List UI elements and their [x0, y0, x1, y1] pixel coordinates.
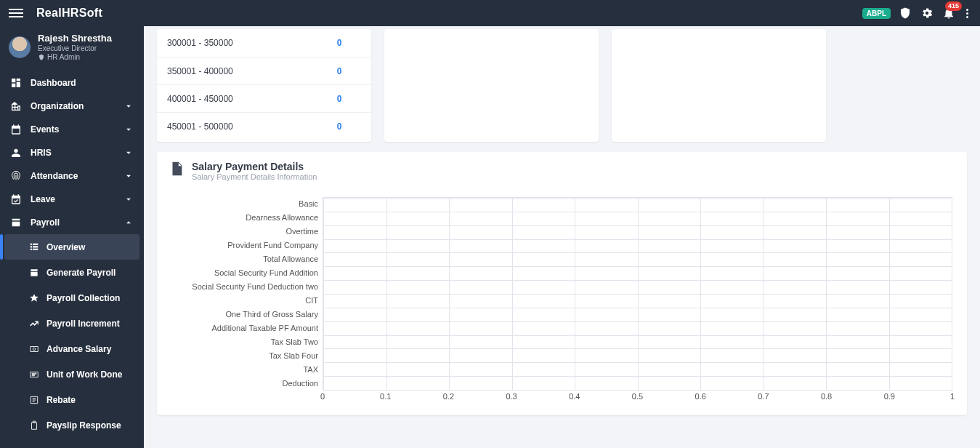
details-subtitle: Salary Payment Details Information	[192, 172, 317, 181]
range-label: 300001 - 350000	[167, 38, 317, 48]
chart-x-tick: 0.9	[884, 392, 895, 401]
person-icon	[10, 147, 22, 159]
sidebar: Rajesh Shrestha Executive Director HR Ad…	[0, 26, 144, 448]
chart-x-tick: 0.1	[380, 392, 391, 401]
subnav-payroll-collection[interactable]: Payroll Collection	[0, 285, 144, 311]
chart-y-tick: Overtime	[171, 225, 323, 239]
money-icon	[29, 344, 39, 354]
subnav-generate-payroll[interactable]: Generate Payroll	[0, 260, 144, 285]
chart-x-axis: 00.10.20.30.40.50.60.70.80.91	[323, 392, 952, 405]
chevron-down-icon	[123, 171, 134, 181]
nav-attendance[interactable]: Attendance	[0, 164, 144, 188]
subnav-unit-of-work[interactable]: Unit of Work Done	[0, 361, 144, 387]
range-row: 400001 - 450000 0	[157, 84, 371, 112]
range-value[interactable]: 0	[317, 121, 361, 132]
shield-small-icon	[38, 54, 45, 61]
range-value[interactable]: 0	[317, 66, 361, 76]
user-admin: HR Admin	[38, 53, 112, 61]
chart-x-tick: 0.8	[821, 392, 832, 401]
fingerprint-icon	[10, 170, 22, 182]
nav-leave[interactable]: Leave	[0, 188, 144, 211]
grid-icon	[29, 242, 39, 252]
range-label: 350001 - 400000	[167, 66, 317, 76]
leave-icon	[10, 193, 22, 205]
chart-x-tick: 0	[320, 392, 325, 401]
details-title: Salary Payment Details	[192, 161, 317, 172]
subnav-advance-salary[interactable]: Advance Salary	[0, 336, 144, 361]
chevron-down-icon	[123, 148, 134, 158]
range-row: 350001 - 400000 0	[157, 57, 371, 84]
org-badge[interactable]: ABPL	[862, 8, 891, 19]
range-row: 450001 - 500000 0	[157, 112, 371, 140]
subnav-payslip-response[interactable]: Payslip Response	[0, 412, 144, 438]
notification-count: 415	[945, 1, 962, 11]
chart-x-tick: 0.7	[758, 392, 769, 401]
chart-y-tick: CIT	[171, 294, 323, 308]
subnav-payroll-increment[interactable]: Payroll Increment	[0, 311, 144, 336]
chart-x-tick: 1	[950, 392, 955, 401]
chart-y-tick: Basic	[171, 197, 323, 211]
nav-organization[interactable]: Organization	[0, 95, 144, 118]
chart-y-tick: Total Allowance	[171, 252, 323, 266]
generate-icon	[29, 268, 39, 278]
document-icon	[169, 161, 185, 180]
chart-y-tick: TAX	[171, 363, 323, 377]
chevron-down-icon	[123, 124, 134, 135]
chart-y-tick: Provident Fund Company	[171, 239, 323, 252]
nav-hris[interactable]: HRIS	[0, 141, 144, 164]
chart-x-tick: 0.2	[443, 392, 454, 401]
salary-range-card: 300001 - 350000 0 350001 - 400000 0 4000…	[157, 29, 371, 142]
more-menu[interactable]	[963, 9, 971, 18]
rebate-icon	[29, 395, 39, 405]
chart-y-tick: Dearness Allowance	[171, 211, 323, 225]
brand-title: RealHRSoft	[36, 7, 102, 20]
salary-details-card: Salary Payment Details Salary Payment De…	[157, 152, 967, 415]
chart-y-tick: Tax Slab Two	[171, 335, 323, 349]
chart-y-tick: Additional Taxable PF Amount	[171, 321, 323, 335]
nav-dashboard[interactable]: Dashboard	[0, 71, 144, 95]
avatar	[9, 36, 31, 58]
app-header: RealHRSoft ABPL 415	[0, 0, 980, 26]
main-content: 300001 - 350000 0 350001 - 400000 0 4000…	[144, 26, 980, 448]
chart-y-tick: Tax Slab Four	[171, 349, 323, 363]
chart-plot-area: 00.10.20.30.40.50.60.70.80.91	[323, 197, 952, 405]
nav-events[interactable]: Events	[0, 118, 144, 141]
range-label: 450001 - 500000	[167, 121, 317, 132]
hamburger-menu[interactable]	[9, 6, 23, 20]
subnav-overview[interactable]: Overview	[4, 234, 139, 260]
range-label: 400001 - 450000	[167, 94, 317, 104]
calendar-icon	[10, 124, 22, 135]
range-value[interactable]: 0	[317, 38, 361, 48]
chart-x-tick: 0.5	[632, 392, 643, 401]
chart-x-tick: 0.6	[695, 392, 706, 401]
gear-icon[interactable]	[920, 6, 934, 20]
user-name: Rajesh Shrestha	[38, 33, 112, 44]
user-role: Executive Director	[38, 44, 112, 53]
chart-y-tick: One Third of Gross Salary	[171, 308, 323, 321]
empty-card-1	[384, 29, 599, 142]
chart-x-tick: 0.4	[569, 392, 580, 401]
chevron-down-icon	[123, 194, 134, 204]
bell-icon[interactable]: 415	[941, 6, 956, 20]
dashboard-icon	[10, 77, 22, 89]
user-block[interactable]: Rajesh Shrestha Executive Director HR Ad…	[0, 26, 144, 68]
chart-y-tick: Social Security Fund Deduction two	[171, 280, 323, 294]
subnav-rebate[interactable]: Rebate	[0, 387, 144, 412]
chart-x-tick: 0.3	[506, 392, 517, 401]
clipboard-icon	[29, 420, 39, 431]
shield-icon[interactable]	[898, 6, 912, 20]
chevron-up-icon	[123, 217, 134, 228]
nav-payroll[interactable]: Payroll	[0, 211, 144, 234]
payroll-icon	[10, 217, 22, 228]
chart-y-tick: Social Security Fund Addition	[171, 266, 323, 280]
chart-grid	[323, 197, 952, 391]
increment-icon	[29, 319, 39, 329]
building-icon	[10, 100, 22, 112]
empty-card-2	[612, 29, 826, 142]
range-row: 300001 - 350000 0	[157, 29, 371, 57]
range-value[interactable]: 0	[317, 94, 361, 104]
chevron-down-icon	[123, 101, 134, 111]
salary-details-chart: BasicDearness AllowanceOvertimeProvident…	[169, 191, 955, 405]
work-icon	[29, 369, 39, 380]
chart-y-tick: Deduction	[171, 377, 323, 391]
